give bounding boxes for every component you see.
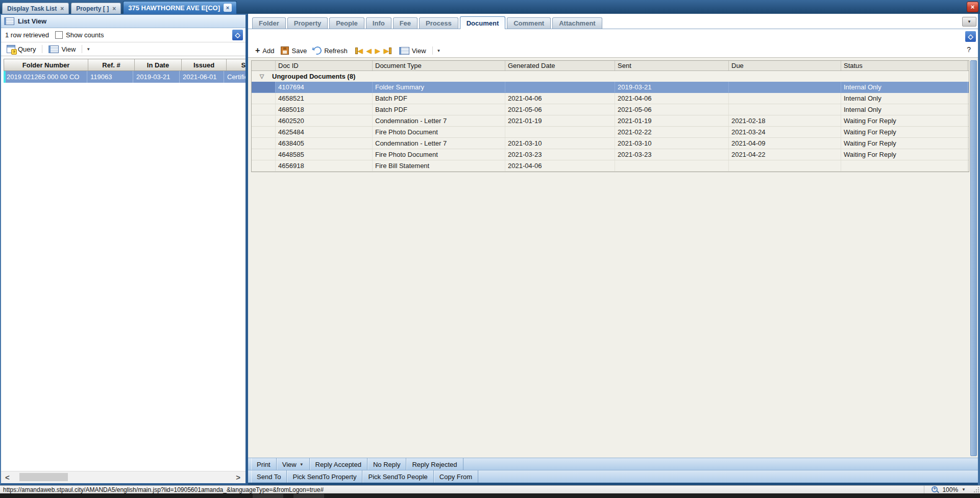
last-record-button[interactable]: ▶ <box>384 48 391 54</box>
column-header-sent[interactable]: Sent <box>615 61 729 70</box>
column-header-ref[interactable]: Ref. # <box>88 59 135 70</box>
table-row[interactable]: 4685018Batch PDF2021-05-062021-05-06Inte… <box>252 104 969 115</box>
previous-record-button[interactable]: ◀ <box>366 48 372 54</box>
next-record-button[interactable]: ▶ <box>375 48 380 54</box>
horizontal-scrollbar[interactable]: < > <box>1 471 246 483</box>
close-tab-icon[interactable]: × <box>112 5 116 12</box>
refresh-icon <box>312 45 323 56</box>
tab-folder[interactable]: Folder <box>252 17 286 29</box>
cell: Waiting For Reply <box>841 149 968 160</box>
table-row[interactable]: 4602520Condemnation - Letter 72021-01-19… <box>252 115 969 127</box>
pick-sendto-property-button[interactable]: Pick SendTo Property <box>287 470 362 483</box>
next-arrow-icon: ▶ <box>375 48 380 54</box>
column-header-doc-id[interactable]: Doc ID <box>276 61 373 70</box>
cell: Fire Bill Statement <box>373 160 505 171</box>
table-row[interactable]: 4656918Fire Bill Statement2021-04-06 <box>252 160 969 172</box>
view-button[interactable]: View▼ <box>277 458 310 470</box>
print-button[interactable]: Print <box>251 458 277 470</box>
detach-panel-icon[interactable]: ◇ <box>232 30 243 40</box>
column-header-in-date[interactable]: In Date <box>135 59 182 70</box>
tab-document[interactable]: Document <box>460 16 506 29</box>
table-row[interactable]: 4625484Fire Photo Document2021-02-222021… <box>252 127 969 138</box>
cell: 4648585 <box>276 149 373 160</box>
column-header-st[interactable]: St <box>227 59 248 70</box>
toolbar-separator <box>42 45 42 53</box>
plus-icon: + <box>255 46 260 55</box>
document-group-row[interactable]: ▽ Ungrouped Documents (8) <box>252 71 969 82</box>
refresh-label: Refresh <box>324 47 348 55</box>
window-tab-375-hawthorne-ave-e-co[interactable]: 375 HAWTHORNE AVE E[CO]× <box>123 1 237 14</box>
prev-arrow-icon: ◀ <box>366 48 372 54</box>
tab-label: Display Task List <box>7 5 57 12</box>
cell: 4602520 <box>276 115 373 126</box>
no-reply-button[interactable]: No Reply <box>368 458 406 470</box>
last-bar-icon <box>389 48 391 54</box>
add-button[interactable]: + Add <box>253 45 276 56</box>
tab-overflow-button[interactable]: ▼ <box>962 17 976 27</box>
close-tab-icon[interactable]: × <box>224 4 232 12</box>
view-button[interactable]: View <box>46 44 78 54</box>
scroll-right-icon[interactable]: > <box>236 471 240 483</box>
view-button[interactable]: View <box>397 46 428 56</box>
document-tab-content: Doc IDDocument TypeGenerated DateSentDue… <box>248 57 978 458</box>
button-label: No Reply <box>373 461 400 468</box>
column-header-status[interactable]: Status <box>841 61 968 70</box>
tab-info[interactable]: Info <box>366 17 391 29</box>
save-button[interactable]: Save <box>279 45 309 56</box>
zoom-dropdown-icon[interactable]: ▼ <box>962 487 966 492</box>
first-record-button[interactable]: ◀ <box>355 48 363 54</box>
window-tab-property[interactable]: Property [ ]× <box>71 3 121 14</box>
view-dropdown-icon[interactable]: ▼ <box>86 47 90 52</box>
copy-from-button[interactable]: Copy From <box>434 470 478 483</box>
cell: 2021-01-19 <box>615 115 729 126</box>
tab-attachment[interactable]: Attachment <box>552 17 602 29</box>
refresh-button[interactable]: Refresh <box>311 45 350 56</box>
folder-list-table: Folder NumberRef. #In DateIssuedSt 2019 … <box>4 59 248 83</box>
close-tab-icon[interactable]: × <box>60 5 64 12</box>
scrollbar-thumb[interactable] <box>970 60 977 456</box>
table-row[interactable]: 4658521Batch PDF2021-04-062021-04-06Inte… <box>252 93 969 104</box>
tab-process[interactable]: Process <box>419 17 458 29</box>
detach-panel-icon[interactable]: ◇ <box>965 31 976 42</box>
tab-fee[interactable]: Fee <box>393 17 418 29</box>
reply-accepted-button[interactable]: Reply Accepted <box>310 458 368 470</box>
browser-status-bar: https://amandaweb.stpaul.city/AMANDA5/en… <box>0 485 980 493</box>
cell: Certifie <box>224 71 248 83</box>
taskbar-segment <box>253 494 283 498</box>
resize-grip[interactable] <box>973 487 979 492</box>
row-indicator-cell <box>252 115 276 126</box>
row-indicator-cell <box>252 93 276 104</box>
cell: 4107694 <box>276 82 373 92</box>
column-header-folder-number[interactable]: Folder Number <box>4 59 88 70</box>
column-header-issued[interactable]: Issued <box>182 59 227 70</box>
scrollbar-thumb[interactable] <box>19 473 68 481</box>
table-row[interactable]: 4648585Fire Photo Document2021-03-232021… <box>252 149 969 160</box>
tab-property[interactable]: Property <box>287 17 328 29</box>
row-indicator-column <box>252 61 276 70</box>
cell <box>729 82 841 92</box>
help-button[interactable]: ? <box>967 45 971 54</box>
show-counts-checkbox[interactable] <box>55 31 63 39</box>
chevron-down-icon: ▼ <box>300 462 304 467</box>
table-row[interactable]: 4107694Folder Summary2019-03-21Internal … <box>252 82 969 93</box>
table-row[interactable]: 2019 021265 000 00 CO1190632019-03-21202… <box>4 71 248 83</box>
scroll-left-icon[interactable]: < <box>5 471 10 483</box>
reply-rejected-button[interactable]: Reply Rejected <box>406 458 463 470</box>
zoom-control[interactable]: + 100% ▼ <box>924 486 966 493</box>
window-tab-display-task-list[interactable]: Display Task List× <box>2 3 69 14</box>
column-header-due[interactable]: Due <box>729 61 841 70</box>
view-dropdown-icon[interactable]: ▼ <box>437 49 441 53</box>
collapse-group-icon[interactable]: ▽ <box>252 73 272 80</box>
cell: Condemnation - Letter 7 <box>373 115 505 126</box>
column-header-document-type[interactable]: Document Type <box>373 61 505 70</box>
documents-table: Doc IDDocument TypeGenerated DateSentDue… <box>251 60 969 172</box>
column-header-generated-date[interactable]: Generated Date <box>505 61 615 70</box>
close-window-button[interactable]: × <box>967 2 978 12</box>
query-button[interactable]: Query <box>5 44 38 54</box>
vertical-scrollbar[interactable] <box>970 60 977 456</box>
tab-comment[interactable]: Comment <box>507 17 551 29</box>
table-row[interactable]: 4638405Condemnation - Letter 72021-03-10… <box>252 138 969 149</box>
pick-sendto-people-button[interactable]: Pick SendTo People <box>362 470 433 483</box>
tab-people[interactable]: People <box>329 17 364 29</box>
send-to-button[interactable]: Send To <box>251 470 287 483</box>
